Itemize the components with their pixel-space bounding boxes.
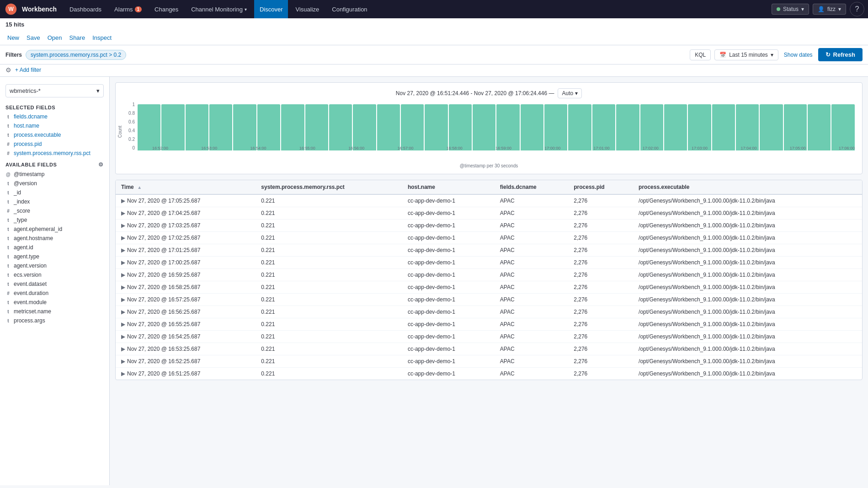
show-dates-button[interactable]: Show dates [782, 50, 815, 60]
selected-field-item[interactable]: #process.pid [0, 139, 109, 149]
col-header-time[interactable]: Time ▲ [116, 180, 256, 194]
time-picker[interactable]: 📅 Last 15 minutes ▾ [714, 49, 778, 60]
available-field-item[interactable]: tevent.dataset [0, 279, 109, 289]
available-field-item[interactable]: t_index [0, 197, 109, 206]
available-field-item[interactable]: tagent.type [0, 252, 109, 261]
histogram-bar[interactable] [161, 104, 184, 150]
kql-button[interactable]: KQL [690, 49, 711, 60]
nav-channel-monitoring[interactable]: Channel Monitoring ▾ [186, 0, 252, 18]
nav-configuration[interactable]: Configuration [326, 0, 373, 18]
selected-field-item[interactable]: #system.process.memory.rss.pct [0, 149, 109, 158]
nav-changes[interactable]: Changes [149, 0, 184, 18]
col-header-memory[interactable]: system.process.memory.rss.pct [256, 180, 402, 194]
available-field-item[interactable]: tagent.version [0, 261, 109, 270]
histogram-bar[interactable] [592, 104, 615, 150]
available-field-item[interactable]: #_score [0, 206, 109, 215]
histogram-bar[interactable] [496, 104, 519, 150]
expand-icon[interactable]: ▶ [121, 346, 125, 352]
auto-interval-selector[interactable]: Auto ▾ [558, 88, 582, 98]
index-pattern-selector[interactable]: wbmetrics-* ▾ [5, 84, 104, 97]
nav-visualize[interactable]: Visualize [290, 0, 325, 18]
histogram-bar[interactable] [425, 104, 447, 150]
available-field-item[interactable]: tagent.hostname [0, 234, 109, 243]
histogram-bar[interactable] [138, 104, 160, 150]
inspect-button[interactable]: Inspect [91, 33, 113, 42]
expand-icon[interactable]: ▶ [121, 333, 125, 340]
save-button[interactable]: Save [25, 33, 42, 42]
available-field-item[interactable]: t@version [0, 179, 109, 188]
col-header-dcname[interactable]: fields.dcname [495, 180, 569, 194]
gear-icon[interactable]: ⚙ [5, 66, 11, 74]
available-field-item[interactable]: t_type [0, 215, 109, 225]
new-button[interactable]: New [5, 33, 21, 42]
histogram-bar[interactable] [473, 104, 495, 150]
help-button[interactable]: ? [850, 2, 864, 16]
expand-icon[interactable]: ▶ [121, 235, 125, 241]
expand-icon[interactable]: ▶ [121, 247, 125, 253]
histogram-bar[interactable] [784, 104, 807, 150]
available-field-item[interactable]: @@timestamp [0, 170, 109, 179]
histogram-bar[interactable] [640, 104, 663, 150]
available-field-item[interactable]: t_id [0, 188, 109, 197]
histogram-bar[interactable] [281, 104, 304, 150]
share-button[interactable]: Share [67, 33, 87, 42]
expand-icon[interactable]: ▶ [121, 358, 125, 365]
col-header-pid[interactable]: process.pid [568, 180, 633, 194]
nav-alarms[interactable]: Alarms 1 [109, 0, 147, 18]
histogram-bar[interactable] [521, 104, 543, 150]
expand-icon[interactable]: ▶ [121, 272, 125, 278]
histogram-bar[interactable] [401, 104, 424, 150]
expand-icon[interactable]: ▶ [121, 284, 125, 290]
col-header-executable[interactable]: process.executable [633, 180, 862, 194]
expand-icon[interactable]: ▶ [121, 321, 125, 327]
histogram-bar[interactable] [736, 104, 759, 150]
available-fields-settings-icon[interactable]: ⚙ [98, 161, 104, 168]
available-field-item[interactable]: tagent.ephemeral_id [0, 225, 109, 234]
selected-field-item[interactable]: tprocess.executable [0, 130, 109, 139]
expand-icon[interactable]: ▶ [121, 210, 125, 216]
histogram-bar[interactable] [616, 104, 639, 150]
histogram-bar[interactable] [449, 104, 472, 150]
nav-discover[interactable]: Discover [254, 0, 288, 18]
histogram-bar[interactable] [186, 104, 208, 150]
filter-pill[interactable]: system.process.memory.rss.pct > 0.2 [26, 50, 126, 60]
histogram-bar[interactable] [353, 104, 376, 150]
open-button[interactable]: Open [46, 33, 64, 42]
selected-field-item[interactable]: tfields.dcname [0, 112, 109, 121]
available-field-item[interactable]: tprocess.args [0, 316, 109, 325]
histogram-bar[interactable] [688, 104, 711, 150]
refresh-button[interactable]: ↻ Refresh [818, 48, 863, 61]
nav-dashboards[interactable]: Dashboards [64, 0, 107, 18]
histogram-bar[interactable] [568, 104, 591, 150]
add-filter-link[interactable]: + Add filter [15, 67, 41, 73]
available-field-item[interactable]: tmetricset.name [0, 307, 109, 316]
histogram-bar[interactable] [544, 104, 567, 150]
expand-icon[interactable]: ▶ [121, 370, 125, 377]
available-field-item[interactable]: tecs.version [0, 270, 109, 279]
field-type-indicator: # [5, 151, 11, 156]
available-field-item[interactable]: tagent.id [0, 243, 109, 252]
selected-field-item[interactable]: thost.name [0, 121, 109, 130]
available-field-item[interactable]: tevent.module [0, 298, 109, 307]
histogram-bar[interactable] [233, 104, 256, 150]
status-button[interactable]: Status ▾ [772, 4, 809, 15]
histogram-bar[interactable] [209, 104, 232, 150]
histogram-bar[interactable] [305, 104, 328, 150]
histogram-bar[interactable] [329, 104, 352, 150]
histogram-bar[interactable] [808, 104, 831, 150]
histogram-bar[interactable] [831, 104, 854, 150]
histogram-bar[interactable] [664, 104, 687, 150]
expand-icon[interactable]: ▶ [121, 309, 125, 315]
expand-icon[interactable]: ▶ [121, 198, 125, 204]
expand-icon[interactable]: ▶ [121, 259, 125, 266]
cell-time: ▶Nov 27, 2020 @ 16:59:25.687 [116, 269, 256, 281]
histogram-bar[interactable] [377, 104, 400, 150]
expand-icon[interactable]: ▶ [121, 296, 125, 303]
histogram-bar[interactable] [257, 104, 280, 150]
col-header-hostname[interactable]: host.name [402, 180, 495, 194]
histogram-bar[interactable] [760, 104, 783, 150]
histogram-bar[interactable] [712, 104, 735, 150]
available-field-item[interactable]: #event.duration [0, 289, 109, 298]
expand-icon[interactable]: ▶ [121, 222, 125, 229]
user-menu-button[interactable]: 👤 fizz ▾ [813, 4, 846, 15]
